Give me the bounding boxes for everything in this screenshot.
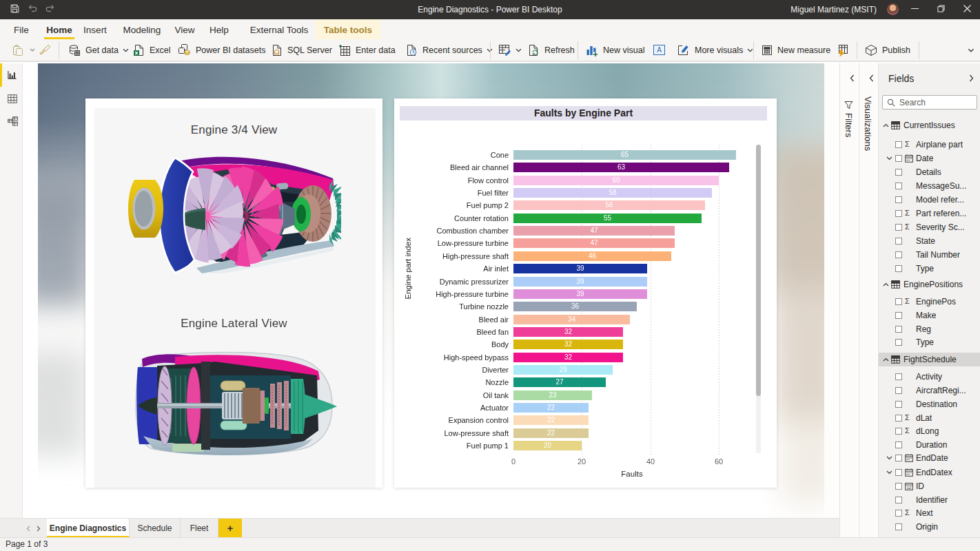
svg-text:A: A (657, 46, 662, 54)
svg-text:12: 12 (907, 486, 912, 490)
